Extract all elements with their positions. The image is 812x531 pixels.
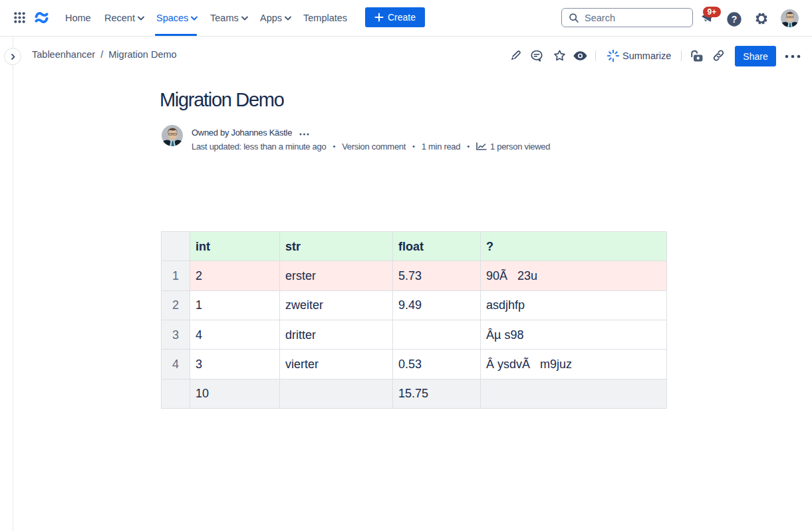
svg-text:?: ? bbox=[731, 14, 737, 25]
